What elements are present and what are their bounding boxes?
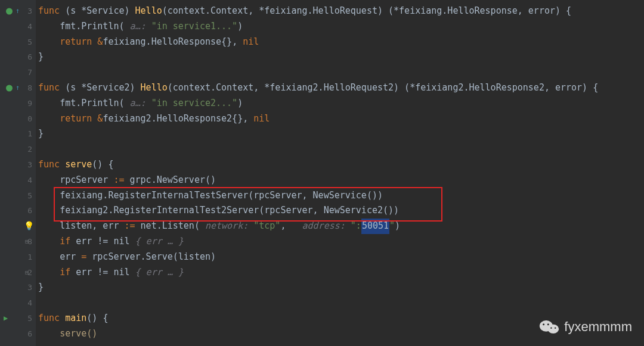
code-line[interactable]: err = rpcServer.Serve(listen) <box>36 250 644 265</box>
svg-point-5 <box>555 327 556 329</box>
gutter-row[interactable]: 6 <box>0 203 36 219</box>
gutter-row[interactable]: 4 <box>0 295 36 311</box>
gutter-row[interactable]: 6 <box>0 49 36 65</box>
gutter-row[interactable]: 0 <box>0 111 36 127</box>
cond: err != nil <box>76 234 129 250</box>
code-line[interactable]: if err != nil { err … } <box>36 265 644 280</box>
gutter-row[interactable]: ⊞ 8 <box>0 234 36 250</box>
code-line[interactable]: func serve() { <box>36 157 644 173</box>
code-line[interactable]: fmt.Println( a…: "in service2...") <box>36 96 644 111</box>
gutter-row[interactable]: 3 <box>0 280 36 295</box>
gutter-row[interactable]: 5 <box>0 188 36 204</box>
string: ": <box>351 219 361 234</box>
method-marker-icon[interactable] <box>6 85 13 91</box>
lhs: listen, err <box>60 219 119 234</box>
gutter-row[interactable]: 💡 7 <box>0 219 36 234</box>
call: feixiang.RegisterInternalTestServer(rpcS… <box>60 188 383 204</box>
gutter-row[interactable]: ▶ 5 <box>0 311 36 326</box>
line-number: 7 <box>21 342 32 346</box>
code-editor[interactable]: ↑ 3 4 5 6 7 ↑ 8 9 0 1 2 3 4 5 6 💡 7 ⊞ 8 … <box>0 0 644 346</box>
brace: } <box>38 280 44 295</box>
gutter-row[interactable]: 7 <box>0 342 36 346</box>
keyword: func <box>38 311 60 326</box>
gutter-row[interactable]: 1 <box>0 126 36 142</box>
comma: , <box>243 111 248 127</box>
returns: (*feixiang2.HelloResponse2, error) <box>404 80 587 96</box>
code-line[interactable]: return &feixiang.HelloResponse{}, nil <box>36 35 644 50</box>
code-area[interactable]: func (s *Service) Hello(context.Context,… <box>36 0 644 346</box>
run-icon[interactable]: ▶ <box>4 311 8 326</box>
code-line[interactable]: fmt.Println( a…: "in service1...") <box>36 19 644 35</box>
comma: , <box>232 35 237 50</box>
keyword: return <box>60 111 92 127</box>
assign: := <box>113 173 124 188</box>
folded-block[interactable]: { err … } <box>135 265 184 280</box>
code-line[interactable] <box>36 295 644 311</box>
gutter-row[interactable]: ↑ 3 <box>0 4 36 19</box>
gutter-row[interactable]: 2 <box>0 142 36 157</box>
line-number: 8 <box>21 80 32 96</box>
code-line[interactable] <box>36 65 644 80</box>
param-hint: address: <box>302 219 345 234</box>
lhs: rpcServer <box>60 173 108 188</box>
code-line[interactable]: return &feixiang2.HelloResponse2{}, nil <box>36 111 644 127</box>
code-line[interactable]: func (s *Service) Hello(context.Context,… <box>36 4 644 19</box>
gutter-row[interactable]: ↑ 8 <box>0 80 36 96</box>
svg-point-1 <box>548 325 559 333</box>
brace: { <box>593 80 598 96</box>
call: rpcServer.Serve(listen) <box>92 250 216 265</box>
line-number: 5 <box>21 35 32 50</box>
line-number: 3 <box>21 4 32 19</box>
args: (context.Context, *feixiang2.HelloReques… <box>168 80 399 96</box>
amp: & <box>97 35 103 50</box>
call: fmt.Println( <box>60 19 124 35</box>
gutter-row[interactable]: ⊞ 2 <box>0 265 36 280</box>
code-line[interactable]: } <box>36 49 644 65</box>
call: serve() <box>60 326 97 342</box>
bulb-icon[interactable]: 💡 <box>24 219 34 234</box>
assign: := <box>125 219 135 234</box>
close-paren: ) <box>395 219 400 234</box>
close-paren: ) <box>237 19 243 35</box>
code-line[interactable]: func (s *Service2) Hello(context.Context… <box>36 80 644 96</box>
line-number: 4 <box>21 295 32 311</box>
brace: { <box>103 311 108 326</box>
code-line[interactable]: listen, err := net.Listen( network: "tcp… <box>36 219 644 234</box>
gutter-row[interactable]: 7 <box>0 65 36 80</box>
code-line[interactable]: if err != nil { err … } <box>36 234 644 250</box>
expand-icon[interactable]: ⊞ <box>25 234 29 250</box>
line-number: 1 <box>21 250 32 265</box>
folded-block[interactable]: { err … } <box>135 234 184 250</box>
gutter-row[interactable]: 5 <box>0 35 36 50</box>
code-line[interactable]: } <box>36 126 644 142</box>
override-up-icon[interactable]: ↑ <box>16 4 20 19</box>
nil: nil <box>243 35 259 50</box>
code-line[interactable]: rpcServer := grpc.NewServer() <box>36 173 644 188</box>
code-line[interactable] <box>36 142 644 157</box>
gutter-row[interactable]: 1 <box>0 250 36 265</box>
code-line[interactable]: feixiang.RegisterInternalTestServer(rpcS… <box>36 188 644 204</box>
call: grpc.NewServer() <box>130 173 216 188</box>
svg-point-2 <box>543 323 544 325</box>
gutter-row[interactable]: 6 <box>0 326 36 342</box>
line-number: 2 <box>21 142 32 157</box>
func-name: Hello <box>135 4 162 19</box>
keyword: return <box>60 35 92 50</box>
override-up-icon[interactable]: ↑ <box>16 80 20 96</box>
gutter-row[interactable]: 9 <box>0 96 36 111</box>
gutter-row[interactable]: 4 <box>0 19 36 35</box>
code-line[interactable]: } <box>36 280 644 295</box>
brace: { <box>108 157 113 173</box>
code-line[interactable]: feixiang2.RegisterInternalTest2Server(rp… <box>36 203 644 219</box>
param-hint: a…: <box>130 96 146 111</box>
gutter-row[interactable]: 3 <box>0 157 36 173</box>
expand-icon[interactable]: ⊞ <box>25 265 29 280</box>
line-number: 5 <box>21 311 32 326</box>
receiver: (s *Service2) <box>65 80 135 96</box>
keyword: func <box>38 80 60 96</box>
lhs: err <box>60 250 76 265</box>
string: "in service2..." <box>151 96 238 111</box>
gutter-row[interactable]: 4 <box>0 173 36 188</box>
keyword: func <box>38 157 60 173</box>
method-marker-icon[interactable] <box>6 8 13 14</box>
